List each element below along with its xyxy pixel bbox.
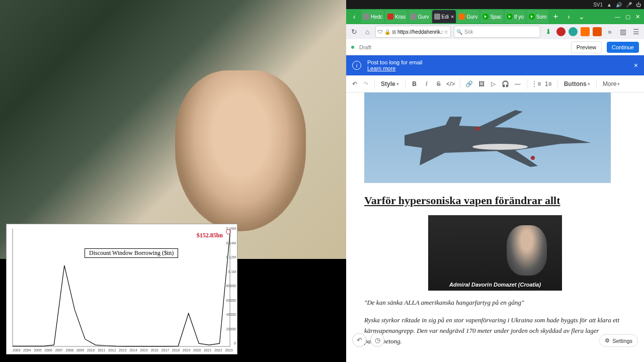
- more-dropdown[interactable]: More ▾: [601, 79, 622, 89]
- jet-silhouette: [399, 108, 591, 168]
- tab-label: Gurv: [418, 14, 429, 20]
- url-bar[interactable]: 🛡 🔒 ⊞ https://heddahenrik.subst ☆: [375, 26, 451, 38]
- ext-teal-icon[interactable]: [569, 27, 578, 36]
- jet-image[interactable]: [364, 93, 611, 183]
- ext-abp-icon[interactable]: [556, 27, 566, 36]
- tab-favicon: [363, 14, 369, 20]
- tab-label: Hedc: [371, 14, 382, 20]
- settings-button[interactable]: ⚙ Settings: [599, 334, 638, 347]
- downloads-button[interactable]: ⬇: [543, 27, 553, 37]
- admiral-image[interactable]: Admiral Davorin Domazet (Croatia): [428, 215, 562, 291]
- window-close[interactable]: ✕: [633, 14, 642, 20]
- bookmark-star-icon[interactable]: ☆: [444, 29, 448, 35]
- browser-tab[interactable]: Gurv: [409, 10, 431, 23]
- article-heading[interactable]: Varför hypersoniska vapen förändrar allt: [364, 193, 626, 208]
- window-maximize[interactable]: ▢: [623, 14, 632, 20]
- tray-volume-icon[interactable]: 🔊: [616, 2, 622, 8]
- tab-favicon: [434, 14, 440, 20]
- image-button[interactable]: 🖼: [476, 80, 487, 87]
- history-clock-button[interactable]: ◷: [370, 333, 384, 347]
- code-button[interactable]: </>: [446, 80, 456, 87]
- strike-button[interactable]: S: [434, 80, 444, 87]
- url-text: https://heddahenrik.subst: [397, 29, 442, 35]
- new-tab-button[interactable]: +: [549, 12, 561, 21]
- tab-label: Edi: [442, 14, 449, 20]
- link-button[interactable]: 🔗: [464, 80, 474, 87]
- banner-message: Post too long for email: [367, 59, 628, 65]
- tab-label: If yo: [514, 14, 524, 20]
- tab-close-button[interactable]: ×: [451, 14, 454, 20]
- editor-header: Draft Preview Continue: [346, 39, 644, 55]
- browser-tab[interactable]: Spac: [480, 10, 504, 23]
- browser-tab[interactable]: Edi×: [432, 10, 456, 23]
- tab-scroll-right[interactable]: ›: [562, 11, 575, 23]
- continue-button[interactable]: Continue: [607, 42, 639, 53]
- preview-button[interactable]: Preview: [571, 41, 602, 53]
- chart-overlay: $152.85bn Discount Window Borrowing ($tn…: [6, 224, 237, 354]
- buttons-dropdown[interactable]: Buttons ▾: [562, 79, 592, 89]
- svg-marker-5: [490, 147, 538, 167]
- tab-label: Kras: [395, 14, 406, 20]
- ext-orange-icon[interactable]: [581, 27, 590, 36]
- banner-learn-more-link[interactable]: Learn more: [367, 65, 395, 71]
- browser-toolbar: ↻ ⌂ 🛡 🔒 ⊞ https://heddahenrik.subst ☆ 🔍 …: [346, 24, 644, 39]
- overflow-menu[interactable]: »: [605, 27, 615, 37]
- tray-mic-icon[interactable]: 🎤: [626, 2, 632, 8]
- tab-favicon: [459, 14, 465, 20]
- italic-button[interactable]: I: [422, 80, 432, 87]
- svg-point-10: [475, 127, 479, 131]
- svg-point-6: [472, 144, 528, 150]
- article-quote[interactable]: "De kan sänka ALLA amerikanska hangarfar…: [364, 298, 626, 308]
- shield-icon: 🛡: [378, 29, 383, 35]
- article-body-1[interactable]: Ryska styrkor riktade in sig på en stor …: [364, 315, 626, 346]
- browser-tab[interactable]: Gurv: [457, 10, 479, 23]
- search-bar[interactable]: 🔍 Sök: [454, 26, 540, 38]
- warning-banner: i Post too long for email Learn more ×: [346, 55, 644, 75]
- browser-tab[interactable]: Som: [527, 10, 549, 23]
- chart-y-axis: 0.16M0.14M0.12M0.1M800006000040000200000: [226, 227, 236, 345]
- bold-button[interactable]: B: [410, 80, 420, 87]
- svg-point-9: [531, 156, 535, 160]
- bulleted-list-button[interactable]: ⋮≡: [531, 80, 541, 87]
- tab-label: Spac: [490, 14, 502, 20]
- ext-orange2-icon[interactable]: [593, 27, 602, 36]
- tray-network-icon[interactable]: ▲: [607, 2, 612, 8]
- tab-list-button[interactable]: ⌄: [576, 11, 588, 23]
- library-button[interactable]: ▥: [618, 27, 628, 37]
- svg-marker-4: [475, 110, 523, 130]
- tab-favicon: [482, 14, 489, 20]
- numbered-list-button[interactable]: 1≡: [543, 80, 553, 87]
- lang-indicator[interactable]: SV1: [593, 2, 603, 8]
- history-undo-button[interactable]: ↶: [352, 333, 366, 347]
- divider-button[interactable]: —: [513, 80, 523, 87]
- admiral-caption: Admiral Davorin Domazet (Croatia): [428, 282, 562, 288]
- browser-window: SV1 ▲ 🔊 🎤 ⏻ ‹ HedcKrasGurvEdi×GurvSpacIf…: [346, 0, 644, 362]
- undo-button[interactable]: ↶: [350, 79, 359, 89]
- admiral-face: [507, 225, 547, 276]
- tab-favicon: [411, 14, 417, 20]
- browser-tab[interactable]: Hedc: [361, 10, 384, 23]
- webcam-face: [175, 70, 306, 231]
- browser-tabstrip: ‹ HedcKrasGurvEdi×GurvSpacIf yoSom + › ⌄…: [346, 9, 644, 24]
- lock-icon: 🔒: [384, 29, 390, 35]
- style-dropdown[interactable]: Style ▾: [379, 79, 401, 89]
- permissions-icon: ⊞: [392, 29, 396, 35]
- browser-tab[interactable]: Kras: [385, 10, 408, 23]
- video-button[interactable]: ▷: [489, 80, 499, 87]
- banner-text: Post too long for email Learn more: [367, 59, 628, 71]
- window-minimize[interactable]: —: [613, 14, 622, 20]
- editor-body[interactable]: Varför hypersoniska vapen förändrar allt…: [346, 93, 644, 362]
- webcam-video: [0, 0, 346, 259]
- browser-tab[interactable]: If yo: [505, 10, 526, 23]
- info-icon: i: [352, 61, 361, 70]
- gear-icon: ⚙: [605, 337, 610, 344]
- home-button[interactable]: ⌂: [362, 27, 372, 37]
- reload-button[interactable]: ↻: [349, 27, 359, 37]
- tray-power-icon[interactable]: ⏻: [636, 2, 641, 8]
- search-placeholder: Sök: [464, 29, 473, 35]
- audio-button[interactable]: 🎧: [501, 80, 511, 87]
- banner-close-button[interactable]: ×: [634, 61, 638, 69]
- redo-button[interactable]: ↷: [361, 79, 370, 89]
- tab-scroll-left[interactable]: ‹: [348, 11, 360, 23]
- app-menu[interactable]: ☰: [631, 27, 641, 37]
